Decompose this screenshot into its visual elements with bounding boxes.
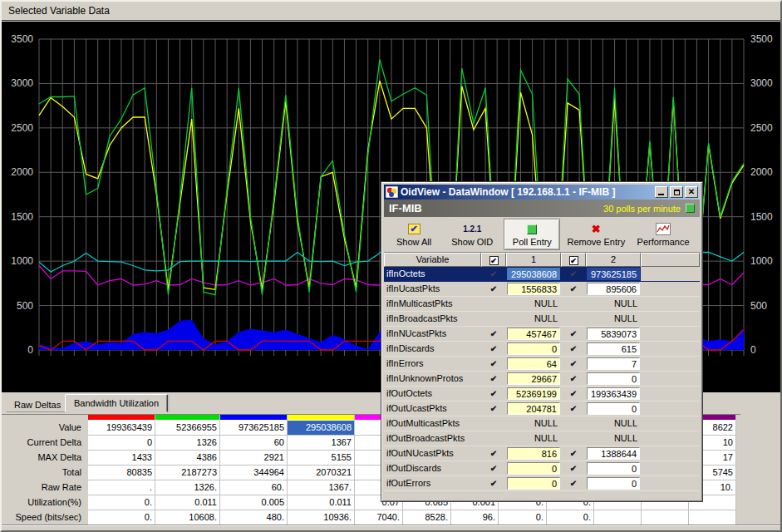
poll-checkbox[interactable]: ✔ xyxy=(481,327,506,341)
stats-cell[interactable]: 0.011 xyxy=(288,495,355,510)
tab-raw-deltas[interactable]: Raw Deltas xyxy=(7,398,68,412)
minimize-button[interactable] xyxy=(655,186,668,198)
stats-cell[interactable]: 10608. xyxy=(155,510,220,525)
mib-variable-row[interactable]: ifOutBroadcastPktsNULLNULL xyxy=(384,431,700,446)
poll-checkbox[interactable]: ✔ xyxy=(561,267,586,281)
show-all-button[interactable]: ✔ Show All xyxy=(387,219,440,250)
maximize-button[interactable] xyxy=(670,186,683,198)
poll-checkbox[interactable]: ✔ xyxy=(561,446,586,461)
value-cell[interactable]: 0 xyxy=(506,461,561,475)
show-oid-button[interactable]: 1.2.1 Show OID xyxy=(442,219,502,250)
stats-cell[interactable]: 2070321 xyxy=(288,466,355,480)
performance-button[interactable]: Performance xyxy=(632,219,695,250)
mib-variable-row[interactable]: ifOutOctets✔52369199✔199363439 xyxy=(384,387,700,401)
value-cell[interactable]: NULL xyxy=(506,416,561,431)
poll-checkbox[interactable]: ✔ xyxy=(561,327,586,341)
poll-checkbox[interactable]: ✔ xyxy=(481,446,506,461)
value-cell[interactable]: 5839073 xyxy=(586,327,641,341)
stats-cell[interactable]: 0. xyxy=(88,495,155,510)
poll-checkbox[interactable] xyxy=(481,312,506,326)
stats-cell[interactable]: 0. xyxy=(499,510,547,525)
value-cell[interactable]: 1388644 xyxy=(586,446,641,461)
stats-cell[interactable]: 0. xyxy=(88,510,155,525)
value-cell[interactable]: NULL xyxy=(586,416,641,431)
stats-cell[interactable]: . xyxy=(88,480,155,495)
poll-checkbox[interactable]: ✔ xyxy=(481,401,506,416)
value-cell[interactable]: 0 xyxy=(586,476,641,490)
mib-variable-row[interactable]: ifInBroadcastPktsNULLNULL xyxy=(384,312,700,327)
mib-variable-row[interactable]: ifInDiscards✔0✔615 xyxy=(384,342,700,357)
stats-cell[interactable]: 0. xyxy=(547,510,594,525)
value-cell[interactable]: NULL xyxy=(586,297,641,311)
stats-cell[interactable]: 1326. xyxy=(155,480,220,495)
mib-variable-row[interactable]: ifInUnknownProtos✔29667✔0 xyxy=(384,372,700,387)
stats-cell[interactable]: 295038608 xyxy=(288,421,355,436)
poll-checkbox[interactable]: ✔ xyxy=(481,461,506,475)
remove-entry-button[interactable]: ✖ Remove Entry xyxy=(562,219,630,250)
value-cell[interactable]: NULL xyxy=(586,431,641,446)
stats-cell[interactable]: 199363439 xyxy=(88,421,155,436)
stats-cell[interactable]: 80835 xyxy=(88,466,155,480)
value-cell[interactable]: NULL xyxy=(586,312,641,326)
value-cell[interactable]: NULL xyxy=(506,312,561,326)
value-cell[interactable]: 0 xyxy=(586,372,641,386)
stats-cell[interactable]: 7040. xyxy=(355,510,403,525)
column-header-variable[interactable]: Variable xyxy=(384,253,481,267)
poll-checkbox[interactable]: ✔ xyxy=(561,387,586,401)
value-cell[interactable]: 816 xyxy=(506,446,561,461)
stats-cell[interactable]: 96. xyxy=(451,510,499,525)
poll-checkbox[interactable]: ✔ xyxy=(561,357,586,371)
mib-variable-row[interactable]: ifInNUcastPkts✔457467✔5839073 xyxy=(384,327,700,342)
mib-variable-row[interactable]: ifInErrors✔64✔7 xyxy=(384,357,700,372)
poll-checkbox[interactable] xyxy=(561,297,586,311)
window-titlebar[interactable]: OidView - DataWindow [ 192.168.1.1 - IF-… xyxy=(384,185,700,200)
value-cell[interactable]: 199363439 xyxy=(586,387,641,401)
stats-cell[interactable]: 60 xyxy=(220,436,288,451)
mib-variable-row[interactable]: ifOutNUcastPkts✔816✔1388644 xyxy=(384,446,700,461)
stats-cell[interactable]: 973625185 xyxy=(220,421,288,436)
poll-checkbox[interactable]: ✔ xyxy=(481,282,506,296)
column-header-check-1[interactable]: ✔ xyxy=(481,253,506,267)
poll-entry-button[interactable]: Poll Entry xyxy=(504,219,560,250)
poll-checkbox[interactable]: ✔ xyxy=(561,401,586,416)
poll-checkbox[interactable]: ✔ xyxy=(561,372,586,386)
value-cell[interactable]: 0 xyxy=(586,461,641,475)
poll-checkbox[interactable] xyxy=(561,312,586,326)
value-cell[interactable]: 7 xyxy=(586,357,641,371)
mib-variable-row[interactable]: ifInUcastPkts✔1556833✔895606 xyxy=(384,282,700,297)
value-cell[interactable]: 895606 xyxy=(586,282,641,296)
value-cell[interactable]: 615 xyxy=(586,342,641,356)
stats-cell[interactable]: 1367. xyxy=(288,480,355,495)
value-cell[interactable]: 64 xyxy=(506,357,561,371)
poll-checkbox[interactable]: ✔ xyxy=(481,387,506,401)
value-cell[interactable]: 204781 xyxy=(506,401,561,416)
value-cell[interactable]: NULL xyxy=(506,431,561,446)
poll-checkbox[interactable] xyxy=(561,416,586,431)
value-cell[interactable]: 1556833 xyxy=(506,282,561,296)
stats-cell[interactable] xyxy=(594,510,642,525)
mib-variable-row[interactable]: ifOutErrors✔0✔0 xyxy=(384,476,700,491)
stats-cell[interactable]: 0 xyxy=(88,436,155,451)
poll-checkbox[interactable]: ✔ xyxy=(561,461,586,475)
poll-checkbox[interactable]: ✔ xyxy=(481,342,506,356)
mib-variable-row[interactable]: ifOutUcastPkts✔204781✔0 xyxy=(384,401,700,416)
close-button[interactable]: ✕ xyxy=(685,186,698,198)
stats-cell[interactable]: 8528. xyxy=(403,510,451,525)
stats-cell[interactable]: 0.011 xyxy=(155,495,220,510)
stats-cell[interactable]: 344964 xyxy=(220,466,288,480)
stats-cell[interactable]: 2187273 xyxy=(155,466,220,480)
poll-checkbox[interactable] xyxy=(561,431,586,446)
stats-cell[interactable]: 480. xyxy=(220,510,288,525)
stats-cell[interactable]: 1326 xyxy=(155,436,220,451)
column-header-1[interactable]: 1 xyxy=(506,253,561,267)
mib-variable-row[interactable]: ifInMulticastPktsNULLNULL xyxy=(384,297,700,312)
stats-cell[interactable]: 2921 xyxy=(220,451,288,466)
poll-checkbox[interactable]: ✔ xyxy=(481,267,506,281)
poll-checkbox[interactable]: ✔ xyxy=(561,342,586,356)
poll-checkbox[interactable]: ✔ xyxy=(561,282,586,296)
stats-cell[interactable]: 5155 xyxy=(288,451,355,466)
stats-cell[interactable] xyxy=(689,510,736,525)
poll-checkbox[interactable]: ✔ xyxy=(481,476,506,490)
poll-checkbox[interactable] xyxy=(481,431,506,446)
column-header-2[interactable]: 2 xyxy=(586,253,641,267)
